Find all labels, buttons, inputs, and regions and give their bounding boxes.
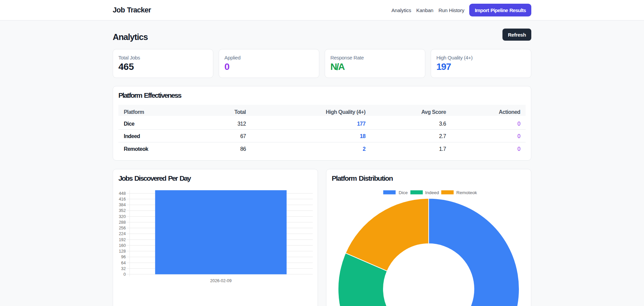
- svg-text:2026-02-09: 2026-02-09: [210, 278, 232, 283]
- svg-text:Indeed: Indeed: [425, 190, 439, 195]
- svg-text:384: 384: [119, 203, 126, 207]
- svg-text:0: 0: [123, 272, 126, 277]
- svg-text:224: 224: [119, 231, 126, 236]
- svg-text:448: 448: [119, 191, 126, 196]
- svg-text:192: 192: [119, 237, 126, 242]
- svg-text:96: 96: [121, 255, 126, 259]
- svg-text:352: 352: [119, 208, 126, 213]
- svg-text:32: 32: [121, 266, 126, 271]
- svg-text:416: 416: [119, 197, 126, 202]
- svg-text:288: 288: [119, 220, 126, 225]
- svg-text:64: 64: [121, 261, 126, 265]
- svg-text:Remoteok: Remoteok: [457, 190, 477, 195]
- svg-text:320: 320: [119, 214, 126, 219]
- svg-text:Dice: Dice: [399, 190, 408, 195]
- svg-text:128: 128: [119, 249, 126, 254]
- svg-text:160: 160: [119, 243, 126, 248]
- svg-text:256: 256: [119, 226, 126, 230]
